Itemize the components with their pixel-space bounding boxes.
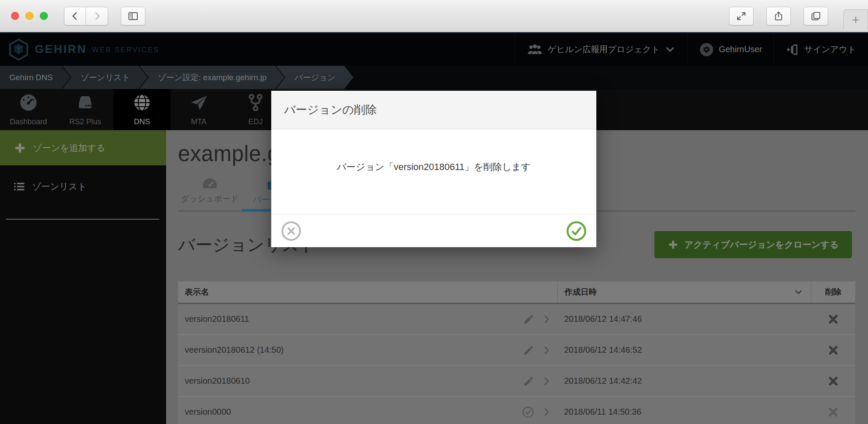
modal-message: バージョン「version20180611」を削除します bbox=[271, 129, 596, 214]
tab-overview-button[interactable] bbox=[804, 7, 828, 25]
close-window-button[interactable] bbox=[11, 12, 19, 20]
back-button[interactable] bbox=[64, 7, 86, 25]
forward-button[interactable] bbox=[86, 7, 108, 25]
minimize-window-button[interactable] bbox=[25, 12, 33, 20]
new-tab-button[interactable]: + bbox=[843, 9, 868, 30]
window-controls bbox=[11, 12, 48, 20]
share-icon bbox=[773, 11, 784, 22]
tabs-icon bbox=[810, 11, 821, 22]
modal-confirm-button[interactable] bbox=[566, 220, 587, 242]
delete-version-modal: バージョンの削除 バージョン「version20180611」を削除します bbox=[271, 91, 596, 247]
fullscreen-icon bbox=[736, 11, 747, 22]
browser-chrome: + bbox=[0, 0, 868, 32]
sidebar-toggle-button[interactable] bbox=[121, 7, 145, 25]
back-icon bbox=[70, 11, 81, 22]
share-button[interactable] bbox=[766, 7, 791, 25]
sidebar-toggle-icon bbox=[127, 10, 139, 22]
fullscreen-button[interactable] bbox=[729, 7, 754, 25]
zoom-window-button[interactable] bbox=[40, 12, 48, 20]
modal-cancel-button[interactable] bbox=[281, 220, 302, 242]
modal-title: バージョンの削除 bbox=[271, 91, 596, 129]
screen: + GEHIRN WEB SERVICES bbox=[0, 0, 868, 424]
forward-icon bbox=[92, 11, 103, 22]
